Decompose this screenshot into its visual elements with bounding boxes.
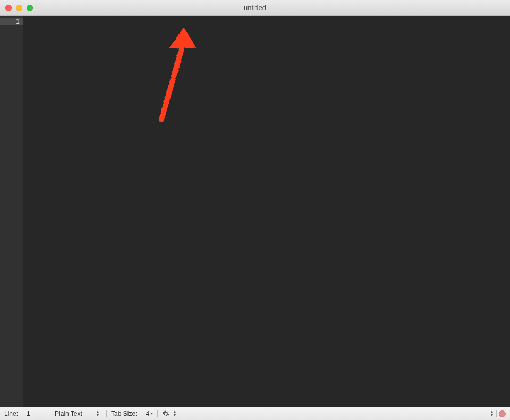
tab-size-selector[interactable]: 4 ▾ (141, 407, 157, 420)
line-number[interactable]: 1 (0, 18, 23, 25)
text-editor[interactable] (23, 16, 510, 407)
settings-button[interactable]: ▲▼ (158, 407, 183, 420)
line-label: Line: (0, 407, 22, 420)
close-window-button[interactable] (5, 5, 12, 11)
view-stepper[interactable]: ▲▼ (488, 410, 496, 417)
syntax-stepper-icon[interactable]: ▲▼ (94, 410, 102, 417)
editor-area: 1 (0, 16, 510, 407)
status-bar: Line: 1 Plain Text ▲▼ Tab Size: 4 ▾ ▲▼ ▲… (0, 407, 510, 420)
tab-size-label: Tab Size: (107, 407, 141, 420)
syntax-label: Plain Text (55, 410, 82, 417)
status-divider (496, 410, 497, 417)
tab-size-value: 4 (146, 410, 149, 417)
line-number-gutter[interactable]: 1 (0, 16, 23, 407)
chevron-down-icon: ▾ (151, 412, 153, 415)
zoom-window-button[interactable] (27, 5, 33, 11)
gear-icon (162, 410, 169, 417)
status-indicator-icon[interactable] (499, 410, 506, 417)
syntax-selector[interactable]: Plain Text ▲▼ (50, 407, 106, 420)
line-number-field[interactable]: 1 (22, 407, 50, 420)
text-caret (27, 18, 27, 27)
svg-marker-0 (169, 28, 196, 48)
settings-stepper-icon[interactable]: ▲▼ (171, 410, 179, 417)
window-titlebar: untitled (0, 0, 510, 16)
annotation-arrow-icon (146, 27, 204, 122)
window-controls (5, 5, 33, 11)
minimize-window-button[interactable] (16, 5, 22, 11)
window-title: untitled (0, 4, 510, 12)
